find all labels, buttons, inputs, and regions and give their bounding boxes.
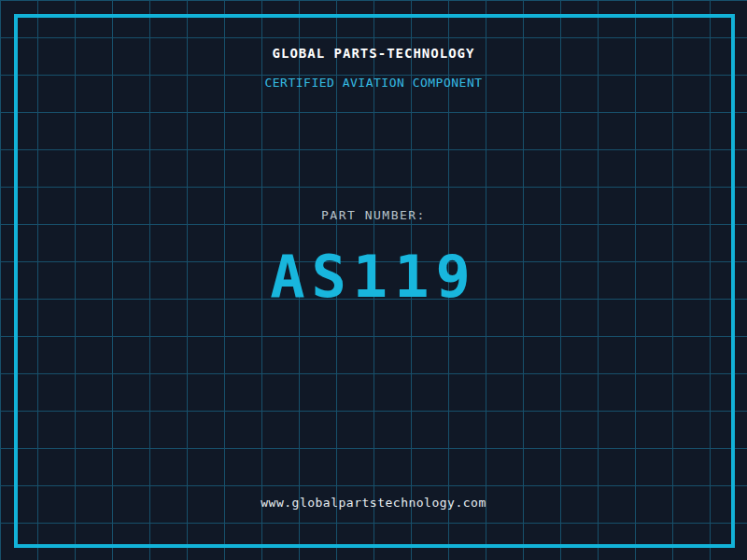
part-number-label: PART NUMBER: (0, 209, 747, 221)
company-title: GLOBAL PARTS-TECHNOLOGY (0, 47, 747, 60)
website-url: www.globalpartstechnology.com (0, 497, 747, 509)
certification-subtitle: CERTIFIED AVIATION COMPONENT (0, 77, 747, 89)
part-number-value: AS119 (0, 248, 747, 306)
blueprint-page: GLOBAL PARTS-TECHNOLOGY CERTIFIED AVIATI… (0, 0, 747, 560)
